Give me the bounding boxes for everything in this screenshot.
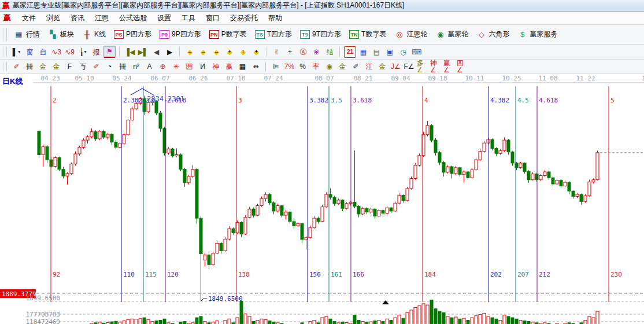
- p-square-icon[interactable]: PSP四方形: [110, 28, 156, 41]
- t-square-icon[interactable]: TST四方形: [251, 28, 296, 41]
- rail2-icon[interactable]: 卌: [117, 61, 129, 72]
- draw-pen-icon[interactable]: ✐: [10, 61, 23, 72]
- menu-item-1[interactable]: 文件: [17, 13, 41, 23]
- gold-lines-icon[interactable]: 金: [336, 61, 349, 72]
- s-rail-icon[interactable]: 丂: [77, 61, 89, 72]
- cycle-circle-icon[interactable]: ◔: [103, 61, 116, 72]
- menu-item-6[interactable]: 设置: [152, 13, 176, 23]
- gold-under-icon[interactable]: 金: [376, 61, 388, 72]
- knot-purple-icon[interactable]: ❀: [310, 46, 323, 58]
- ying-angle-icon[interactable]: 赢∠: [443, 61, 455, 72]
- j-angle-icon[interactable]: J∠: [390, 61, 402, 72]
- diamond-left-icon[interactable]: ◆←: [184, 46, 196, 58]
- knot-green-icon[interactable]: 结: [324, 46, 336, 58]
- wave-9-icon[interactable]: ∿9: [64, 46, 76, 58]
- last-bar-icon[interactable]: ▶▌: [137, 46, 149, 58]
- date-label: 07-10: [226, 75, 245, 82]
- save-icon[interactable]: ▣: [384, 46, 396, 58]
- pen3-icon[interactable]: ✐: [350, 61, 362, 72]
- menu-item-9[interactable]: 交易委托: [225, 13, 263, 23]
- calendar-21-icon[interactable]: 21: [344, 46, 356, 58]
- prev-bar-icon[interactable]: ◀: [150, 46, 162, 58]
- shen-rail-icon[interactable]: 神: [210, 61, 222, 72]
- gann-count-label: 166: [353, 271, 364, 278]
- quotes-grid-icon: ▦: [14, 30, 24, 39]
- menu-item-2[interactable]: 浏览: [41, 13, 65, 23]
- circle-cross-icon[interactable]: ⊕: [157, 61, 169, 72]
- gann-wheel-icon[interactable]: ◎江恩轮: [390, 28, 431, 41]
- percent7-icon[interactable]: 7%: [283, 61, 295, 72]
- menu-item-10[interactable]: 帮助: [263, 13, 287, 23]
- diamond-star-icon[interactable]: ◆✦: [250, 46, 262, 58]
- jiang-wave-icon[interactable]: 江: [363, 61, 375, 72]
- p-number-table-icon[interactable]: PNP数字表: [205, 28, 251, 41]
- diamond-updown-icon[interactable]: ◆↕: [237, 46, 249, 58]
- menu-item-7[interactable]: 工具: [176, 13, 201, 23]
- kline-icon[interactable]: ╫K线: [78, 28, 110, 41]
- candle-style-icon[interactable]: ╽▾: [77, 46, 89, 58]
- gann-count-label: 230: [610, 271, 622, 278]
- clock-icon[interactable]: ◷: [397, 46, 409, 58]
- report-icon[interactable]: 报: [90, 46, 102, 58]
- kline-chart-canvas[interactable]: 04-2305-1005-2406-0706-2607-1007-2408-07…: [0, 74, 644, 324]
- f-rail-icon[interactable]: F: [64, 61, 76, 72]
- n-mark-icon[interactable]: И: [197, 61, 209, 72]
- duo-angle-icon[interactable]: 多∠: [416, 61, 428, 72]
- chart-type-icon[interactable]: ▌▾: [10, 46, 23, 58]
- gann-count-label: 120: [167, 271, 179, 278]
- web-icon[interactable]: ✳: [170, 61, 182, 72]
- shen-angle-icon[interactable]: 神∠: [430, 61, 442, 72]
- gold-circle-icon[interactable]: ◉: [323, 61, 335, 72]
- diamond-right-icon[interactable]: ◆→: [197, 46, 209, 58]
- chart-area[interactable]: 日K线 04-2305-1005-2406-0706-2607-1007-240…: [0, 74, 644, 324]
- wave-3-icon[interactable]: ∿3: [50, 46, 62, 58]
- hexagon-icon[interactable]: ◇六角形: [472, 28, 513, 41]
- percent-icon[interactable]: %: [297, 61, 309, 72]
- menu-item-3[interactable]: 资讯: [65, 13, 90, 23]
- date-label: 07-24: [264, 75, 283, 82]
- a-slash-icon[interactable]: A: [143, 61, 156, 72]
- span-arrows-icon[interactable]: ⇹: [250, 61, 262, 72]
- rate-icon[interactable]: 率: [310, 61, 322, 72]
- flag-chart-icon[interactable]: ⚑: [103, 46, 116, 58]
- gold-rail-icon[interactable]: 金: [37, 61, 49, 72]
- next-bar-icon[interactable]: ▶: [164, 46, 176, 58]
- gann-count-label: 212: [539, 271, 550, 278]
- t-number-table-icon[interactable]: TNT数字表: [345, 28, 390, 41]
- number-grid-icon[interactable]: ▦: [236, 61, 249, 72]
- winner-service-icon[interactable]: $赢家服务: [513, 28, 561, 41]
- first-bar-icon[interactable]: ▐◀: [124, 46, 136, 58]
- sectors-icon[interactable]: ▚板块: [44, 28, 78, 41]
- quotes-grid-icon[interactable]: ▦行情: [10, 28, 44, 41]
- grid-rail-icon[interactable]: 卌: [24, 61, 36, 72]
- gann-ratio-label: 3.382: [309, 97, 328, 104]
- measure-icon[interactable]: ⊫: [270, 61, 282, 72]
- calculator-icon[interactable]: ▦: [357, 46, 369, 58]
- gann-wheel-icon: ◎: [394, 30, 404, 39]
- nine-p-square-icon[interactable]: P99P四方形: [156, 28, 205, 41]
- gann-count-label: 207: [517, 271, 529, 278]
- system-icon[interactable]: ⌨: [410, 46, 423, 58]
- window-layout-icon[interactable]: 窗: [24, 46, 36, 58]
- menu-item-8[interactable]: 窗口: [201, 13, 225, 23]
- diamond-both-icon[interactable]: ◆↔: [210, 46, 223, 58]
- pen2-icon[interactable]: ✐: [90, 61, 102, 72]
- date-label: 08-07: [314, 75, 334, 82]
- square-web-icon[interactable]: 囲: [183, 61, 195, 72]
- pan-hand-icon[interactable]: ✌: [271, 46, 283, 58]
- gold-rail2-icon[interactable]: 金: [50, 61, 62, 72]
- si-angle-icon[interactable]: 四∠: [456, 61, 468, 72]
- f-angle-icon[interactable]: F∠: [403, 61, 415, 72]
- nine-t-square-icon[interactable]: T99T四方形: [296, 28, 345, 41]
- crosshair-icon[interactable]: +: [284, 46, 296, 58]
- winner-wheel-icon[interactable]: ◉赢家轮: [431, 28, 472, 41]
- n-square-icon[interactable]: n²: [130, 61, 142, 72]
- magnify-icon[interactable]: Ⓐ: [297, 46, 309, 58]
- ying-rail-icon[interactable]: 赢: [223, 61, 235, 72]
- menu-item-4[interactable]: 江恩: [90, 13, 114, 23]
- diamond-plus-icon[interactable]: ◆+: [224, 46, 236, 58]
- notepad-icon[interactable]: ▤: [371, 46, 383, 58]
- low-annotation-leader: [201, 299, 207, 301]
- menu-item-5[interactable]: 公式选股: [114, 13, 152, 23]
- self-select-icon[interactable]: 自: [37, 46, 49, 58]
